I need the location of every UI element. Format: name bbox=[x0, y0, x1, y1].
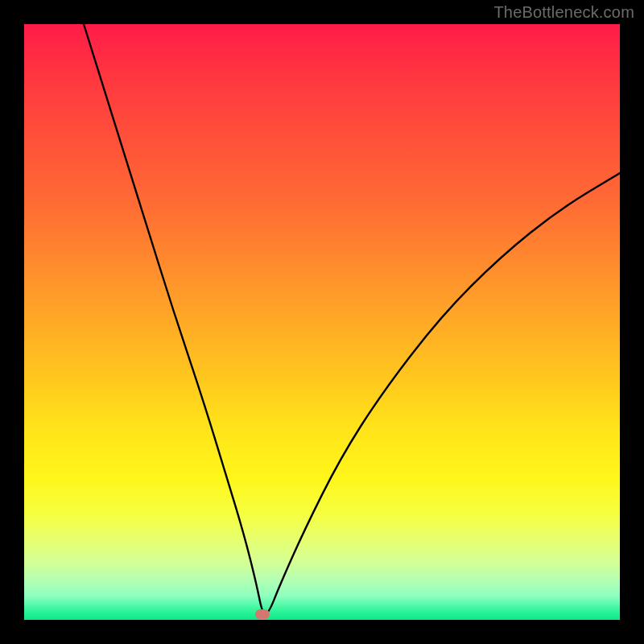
optimum-marker bbox=[255, 609, 270, 619]
chart-frame: TheBottleneck.com bbox=[0, 0, 644, 644]
watermark-text: TheBottleneck.com bbox=[493, 3, 634, 22]
plot-area bbox=[24, 24, 620, 620]
bottleneck-curve bbox=[24, 24, 620, 620]
